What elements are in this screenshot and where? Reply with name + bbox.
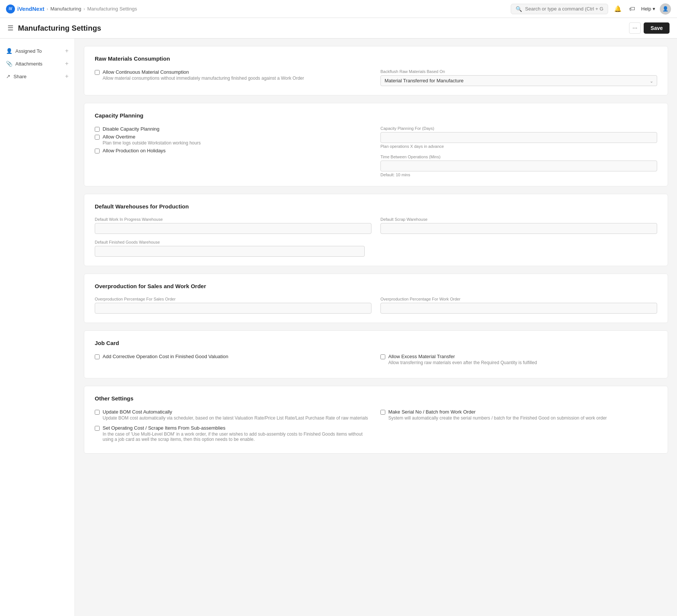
sidebar-add-assigned-to[interactable]: + [65, 48, 69, 54]
sidebar: 👤 Assigned To + 📎 Attachments + ↗ Share … [0, 39, 75, 616]
capacity-planning-right: Capacity Planning For (Days) 10 Plan ope… [380, 126, 657, 177]
search-input[interactable] [525, 6, 603, 12]
allow-holidays-label: Allow Production on Holidays [103, 148, 166, 153]
allow-continuous-desc: Allow material consumptions without imme… [103, 76, 304, 81]
overproduction-section: Overproduction for Sales and Work Order … [84, 274, 668, 323]
warehouses-title: Default Warehouses for Production [95, 203, 657, 210]
attachments-icon: 📎 [6, 61, 12, 67]
scrap-warehouse-label: Default Scrap Warehouse [380, 217, 657, 222]
help-button[interactable]: Help ▾ [641, 6, 655, 12]
help-chevron-icon: ▾ [653, 6, 655, 12]
share-icon: ↗ [6, 73, 10, 79]
disable-capacity-row: Disable Capacity Planning [95, 126, 371, 132]
add-corrective-group: Add Corrective Operation Cost in Finishe… [95, 354, 371, 369]
sidebar-item-share[interactable]: ↗ Share + [0, 70, 75, 83]
help-label: Help [641, 6, 651, 12]
finished-warehouse-input[interactable] [95, 246, 365, 257]
overproduction-sales-input[interactable]: 0.00 [95, 303, 371, 314]
tags-button[interactable]: 🏷 [628, 4, 637, 14]
raw-materials-section: Raw Materials Consumption Allow Continuo… [84, 46, 668, 95]
allow-overtime-row: Allow Overtime Plan time logs outside Wo… [95, 134, 371, 146]
finished-warehouse-group: Default Finished Goods Warehouse [95, 240, 365, 257]
set-operating-checkbox[interactable] [95, 426, 100, 431]
allow-excess-desc: Allow transferring raw materials even af… [388, 360, 537, 365]
other-settings-left: Update BOM Cost Automatically Update BOM… [95, 409, 371, 444]
allow-excess-row: Allow Excess Material Transfer Allow tra… [380, 354, 657, 365]
backflush-select-wrapper: Material Transferred for Manufacture BOM… [380, 75, 657, 86]
backflush-label: Backflush Raw Materials Based On [380, 69, 657, 74]
allow-continuous-row: Allow Continuous Material Consumption Al… [95, 69, 371, 81]
breadcrumb-sep-1: › [47, 6, 48, 12]
capacity-planning-title: Capacity Planning [95, 112, 657, 119]
overproduction-title: Overproduction for Sales and Work Order [95, 283, 657, 289]
backflush-select[interactable]: Material Transferred for Manufacture BOM… [380, 75, 657, 86]
page-header-left: ☰ Manufacturing Settings [7, 24, 101, 33]
main-content: Raw Materials Consumption Allow Continuo… [75, 39, 677, 616]
sidebar-item-assigned-to[interactable]: 👤 Assigned To + [0, 45, 75, 57]
page-header: ☰ Manufacturing Settings ··· Save [0, 18, 677, 39]
overproduction-sales-label: Overproduction Percentage For Sales Orde… [95, 297, 371, 301]
set-operating-label: Set Operating Cost / Scrape Items From S… [103, 425, 371, 431]
raw-materials-title: Raw Materials Consumption [95, 55, 657, 62]
allow-holidays-checkbox[interactable] [95, 149, 100, 153]
overproduction-work-input[interactable]: 0.00 [380, 303, 657, 314]
other-settings-section: Other Settings Update BOM Cost Automatic… [84, 386, 668, 454]
search-box[interactable]: 🔍 [511, 4, 608, 14]
breadcrumb-manufacturing[interactable]: Manufacturing [51, 6, 81, 12]
avatar-placeholder: 👤 [662, 6, 668, 12]
brand-logo[interactable]: iV iVendNext [6, 4, 45, 13]
allow-overtime-label: Allow Overtime [103, 134, 201, 140]
breadcrumb-settings: Manufacturing Settings [87, 6, 137, 12]
wip-warehouse-input[interactable] [95, 223, 371, 234]
capacity-days-input[interactable]: 10 [380, 132, 657, 143]
other-settings-grid: Update BOM Cost Automatically Update BOM… [95, 409, 657, 444]
capacity-days-group: Capacity Planning For (Days) 10 Plan ope… [380, 126, 657, 149]
finished-warehouse-label: Default Finished Goods Warehouse [95, 240, 365, 244]
allow-excess-checkbox[interactable] [380, 354, 385, 359]
save-button[interactable]: Save [644, 22, 670, 34]
update-bom-checkbox[interactable] [95, 410, 100, 415]
sidebar-add-share[interactable]: + [65, 73, 69, 80]
sidebar-add-attachments[interactable]: + [65, 60, 69, 67]
capacity-planning-grid: Disable Capacity Planning Allow Overtime… [95, 126, 657, 177]
wip-warehouse-group: Default Work In Progress Warehouse [95, 217, 371, 234]
add-corrective-checkbox[interactable] [95, 354, 100, 359]
capacity-days-label: Capacity Planning For (Days) [380, 126, 657, 131]
disable-capacity-checkbox[interactable] [95, 127, 100, 132]
menu-toggle-button[interactable]: ☰ [7, 24, 13, 32]
sidebar-label-attachments: Attachments [15, 61, 42, 67]
user-avatar[interactable]: 👤 [660, 3, 671, 15]
make-serial-label: Make Serial No / Batch from Work Order [388, 409, 607, 415]
update-bom-row: Update BOM Cost Automatically Update BOM… [95, 409, 371, 421]
overproduction-work-group: Overproduction Percentage For Work Order… [380, 297, 657, 314]
scrap-warehouse-input[interactable] [380, 223, 657, 234]
allow-continuous-checkbox[interactable] [95, 70, 100, 75]
sidebar-label-assigned-to: Assigned To [15, 48, 42, 54]
time-between-label: Time Between Operations (Mins) [380, 155, 657, 159]
other-settings-right: Make Serial No / Batch from Work Order S… [380, 409, 657, 444]
make-serial-checkbox[interactable] [380, 410, 385, 415]
more-options-button[interactable]: ··· [629, 22, 641, 34]
raw-materials-right: Backflush Raw Materials Based On Materia… [380, 69, 657, 86]
allow-overtime-checkbox[interactable] [95, 135, 100, 140]
notifications-button[interactable]: 🔔 [613, 4, 623, 14]
capacity-days-hint: Plan operations X days in advance [380, 144, 657, 149]
nav-left: iV iVendNext › Manufacturing › Manufactu… [6, 4, 137, 13]
warehouses-top-row: Default Work In Progress Warehouse Defau… [95, 217, 657, 234]
wip-warehouse-label: Default Work In Progress Warehouse [95, 217, 371, 222]
allow-holidays-row: Allow Production on Holidays [95, 148, 371, 153]
add-corrective-row: Add Corrective Operation Cost in Finishe… [95, 354, 371, 359]
sidebar-label-share: Share [13, 74, 27, 79]
search-icon: 🔍 [516, 6, 522, 12]
update-bom-desc: Update BOM cost automatically via schedu… [103, 415, 368, 421]
scrap-warehouse-group: Default Scrap Warehouse [380, 217, 657, 234]
allow-excess-group: Allow Excess Material Transfer Allow tra… [380, 354, 657, 369]
job-card-section: Job Card Add Corrective Operation Cost i… [84, 330, 668, 378]
time-between-input[interactable]: 0 [380, 161, 657, 171]
set-operating-desc: In the case of 'Use Multi-Level BOM' in … [103, 431, 371, 442]
allow-overtime-desc: Plan time logs outside Workstation worki… [103, 140, 201, 146]
overproduction-work-label: Overproduction Percentage For Work Order [380, 297, 657, 301]
sidebar-item-attachments[interactable]: 📎 Attachments + [0, 57, 75, 70]
page-title: Manufacturing Settings [18, 24, 101, 33]
breadcrumb-sep-2: › [84, 6, 85, 12]
